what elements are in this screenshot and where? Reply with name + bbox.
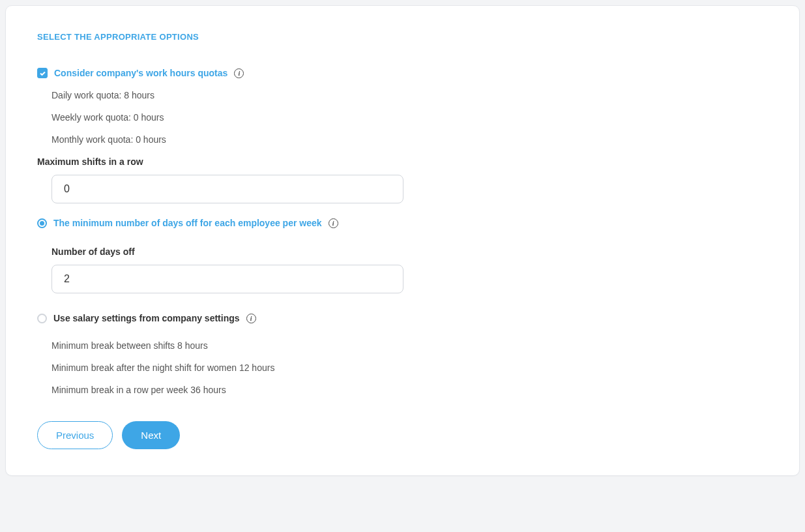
max-shifts-input[interactable] [51,175,403,203]
daily-quota-text: Daily work quota: 8 hours [51,90,768,100]
daysoff-label: The minimum number of days off for each … [53,218,322,228]
options-card: SELECT THE APPROPRIATE OPTIONS Consider … [5,5,800,476]
check-icon [39,70,46,77]
quotas-sublist: Daily work quota: 8 hours Weekly work qu… [51,90,768,145]
daysoff-input[interactable] [51,265,403,293]
weekly-quota-text: Weekly work quota: 0 hours [51,112,768,123]
break-per-week-text: Minimum break in a row per week 36 hours [51,385,768,395]
info-icon[interactable]: i [329,218,338,228]
salary-sublist: Minimum break between shifts 8 hours Min… [51,340,768,395]
info-icon[interactable]: i [234,68,244,78]
salary-radio[interactable] [37,314,47,323]
quotas-checkbox[interactable] [37,68,48,78]
next-button[interactable]: Next [122,421,180,449]
section-title: SELECT THE APPROPRIATE OPTIONS [37,32,768,42]
footer-buttons: Previous Next [37,421,768,449]
previous-button[interactable]: Previous [37,421,113,449]
daysoff-field-label: Number of days off [51,246,768,257]
quotas-label: Consider company's work hours quotas [54,68,227,78]
monthly-quota-text: Monthly work quota: 0 hours [51,134,768,145]
salary-label: Use salary settings from company setting… [53,313,240,323]
option-salary-row: Use salary settings from company setting… [37,313,768,323]
daysoff-radio[interactable] [37,218,47,228]
break-night-women-text: Minimum break after the night shift for … [51,362,768,373]
max-shifts-label: Maximum shifts in a row [37,156,768,167]
break-between-text: Minimum break between shifts 8 hours [51,340,768,351]
info-icon[interactable]: i [246,314,256,323]
option-quotas-row: Consider company's work hours quotas i [37,68,768,78]
option-daysoff-row: The minimum number of days off for each … [37,218,768,228]
